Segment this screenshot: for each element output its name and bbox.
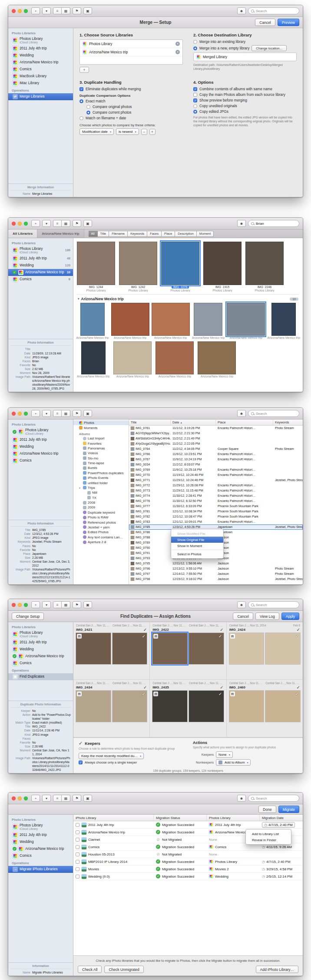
keeper-photo[interactable]: ✓ <box>112 691 147 722</box>
minimize-button[interactable] <box>18 9 22 13</box>
photo-row[interactable]: IMG_0774 11/30/12, 2:28:41 PM Encanto Pa… <box>129 493 303 498</box>
migration-row[interactable]: MBP2010 IP Library 2014 Migration Succee… <box>73 858 303 865</box>
library-item[interactable]: ✓ Photos Library iCloud Library <box>8 823 73 832</box>
tree-item[interactable]: ▾ Time-lapse <box>73 461 129 465</box>
apply-button[interactable]: Apply <box>281 613 299 620</box>
photo-thumbnail[interactable] <box>111 303 149 336</box>
nonkeeper-photo[interactable]: ▤ <box>76 691 111 722</box>
option-checkbox[interactable] <box>193 87 197 91</box>
photo-thumbnail-cell[interactable]: Arizona/New Mexico trip <box>228 303 264 339</box>
tree-item[interactable]: ▾ Referenced photos <box>73 520 129 524</box>
photo-thumbnail[interactable] <box>152 303 190 336</box>
destination-library-row[interactable]: Merged Library <box>194 53 296 61</box>
photo-thumbnail-cell[interactable]: Arizona/New Mexico trip <box>268 303 299 339</box>
add-iphoto-library-button[interactable]: Add iPhoto Library… <box>256 966 298 973</box>
list-view-button[interactable]: ≡ <box>53 220 62 227</box>
column-date[interactable]: Date▴ <box>171 420 216 425</box>
grid-view-button[interactable]: ▦ <box>62 795 70 802</box>
tree-item[interactable]: ▾ Favorites <box>73 441 129 446</box>
grid-view-button[interactable]: ▦ <box>62 220 70 227</box>
library-item[interactable]: ✓ MacBook Library <box>8 73 73 80</box>
keeper-photo[interactable]: ✓ <box>265 691 300 722</box>
zoom-button[interactable] <box>24 222 28 226</box>
remove-icon[interactable]: × <box>175 42 180 46</box>
library-item[interactable]: ✓ Comics <box>8 457 73 464</box>
library-item[interactable]: ✓ Wedding <box>8 443 73 450</box>
tree-item[interactable]: ▾ Trips <box>73 485 129 490</box>
column-iphoto-library[interactable]: iPhoto Library <box>73 815 154 821</box>
library-item[interactable]: ✓ 2011 July 4th trip 48 <box>8 255 73 262</box>
search-scope-segment[interactable]: All <box>89 231 98 237</box>
library-checkbox[interactable] <box>76 823 79 827</box>
source-library-row[interactable]: Photos Library × <box>80 40 182 48</box>
compare-button[interactable]: ▣ <box>83 795 92 802</box>
photo-row[interactable]: IMG_0776 11/30/12, 6:32:50 PM Encanto Pa… <box>129 498 303 504</box>
column-title[interactable]: Title <box>129 420 171 425</box>
photo-row[interactable]: IMG_0796 12/13/12, 9:55:10 PM Jackson Ph… <box>129 566 303 571</box>
search-scope-segment[interactable]: Faces <box>147 231 162 237</box>
library-item[interactable]: ✓ Wedding <box>8 839 73 846</box>
duplicate-group[interactable]: Central San J…, Nov 11, 2014 Central San… <box>150 622 226 679</box>
column-keywords[interactable]: Keywords <box>273 420 303 425</box>
option-checkbox[interactable] <box>193 93 197 97</box>
people-button[interactable]: ☻ <box>237 7 246 14</box>
new-library-radio[interactable] <box>193 46 197 50</box>
list-view-button[interactable]: ≡ <box>53 410 62 417</box>
migration-row[interactable]: Wedding (9.0) Migration Succeeded Weddin… <box>73 873 303 880</box>
library-checkbox[interactable] <box>76 830 79 834</box>
photo-thumbnail-cell[interactable]: Arizona/New Mexico trip <box>156 341 194 378</box>
keeper-photo[interactable]: ✓ <box>265 633 300 664</box>
photo-thumbnail-cell[interactable]: IMG_1076 Photos Library <box>161 242 199 292</box>
library-item[interactable]: ✓ 2011 July 4th trip <box>8 436 73 443</box>
library-action-menu-button[interactable]: ▾ <box>42 601 51 608</box>
photo-thumbnail[interactable] <box>80 303 105 336</box>
disclosure-icon[interactable]: ▾ <box>78 297 79 301</box>
search-scope-segment[interactable]: Title <box>98 231 109 237</box>
tree-item[interactable]: ▾ Bursts <box>73 465 129 470</box>
search-field[interactable]: Brian <box>248 220 299 227</box>
keeper-rule-select[interactable]: Keep the most recently modified du… <box>79 753 144 759</box>
library-item[interactable]: ✓ 2011 July 4th trip <box>8 832 73 839</box>
photo-row[interactable]: IMG_0770 11/19/12, 10:24:46 PM Encanto P… <box>129 472 303 478</box>
minimize-button[interactable] <box>18 603 22 607</box>
library-item[interactable]: ✓ Arizona/New Mexico trip 10 <box>8 269 73 276</box>
column-migration-status[interactable]: Migration Status <box>154 815 207 821</box>
add-library-button[interactable]: + <box>31 795 40 802</box>
keeper-check-icon[interactable]: ✓ <box>220 627 223 632</box>
tree-item[interactable]: ▾ Slo-mo <box>73 456 129 460</box>
close-button[interactable] <box>12 222 16 226</box>
menu-item[interactable]: Add to Library List <box>246 831 291 837</box>
search-scope-segment[interactable]: Keywords <box>128 231 147 237</box>
check-unmigrated-button[interactable]: Check Unmigrated <box>104 966 143 973</box>
photo-thumbnail-cell[interactable]: Arizona/New Mexico trip <box>192 303 224 339</box>
photo-thumbnail[interactable] <box>156 341 194 374</box>
view-log-button[interactable]: View Log <box>255 613 279 620</box>
close-button[interactable] <box>12 603 16 607</box>
keepers-action-select[interactable]: None <box>216 751 233 758</box>
library-item[interactable]: ✓ iMac Library <box>8 80 73 87</box>
photo-row[interactable]: AWSb0dGnG3HlyC4KHk… 11/2/12, 2:21:49 PM <box>129 436 303 441</box>
tree-item[interactable]: ▾ 2009 <box>73 505 129 510</box>
photo-thumbnail-cell[interactable]: IMG_2246 Photos Library <box>245 242 284 292</box>
duplicate-group[interactable]: Central San J…, Nov 11, 2014 Central San… <box>73 680 149 737</box>
migrate-button[interactable]: Migrate <box>278 806 299 813</box>
photo-row[interactable]: IMG_0764 11/2/12, 4:34:05 PM Cooper Squa… <box>129 446 303 452</box>
library-item[interactable]: ✓ Photos Library iCloud Library 186 <box>8 246 73 255</box>
migration-row[interactable]: 2011 July 4th trip Migration Succeeded 2… <box>73 821 303 829</box>
library-item[interactable]: ✓ 2011 July 4th trip <box>8 45 73 52</box>
duplicate-group[interactable]: Central San J…, Nov 11, 2014 Central San… <box>73 622 149 679</box>
close-button[interactable] <box>12 412 16 416</box>
list-view-button[interactable]: ≡ <box>53 601 62 608</box>
compare-button[interactable]: ▣ <box>83 410 92 417</box>
duplicate-group[interactable]: Central San J…, Nov 11, 2014 Central San… <box>150 680 226 737</box>
option-checkbox[interactable] <box>193 104 197 108</box>
tree-item[interactable]: ▾ Videos <box>73 451 129 456</box>
tree-item[interactable]: ▾ Jezebel + yarn <box>73 525 129 530</box>
context-menu-item[interactable]: Select in Photos <box>171 551 223 557</box>
people-button[interactable]: ☻ <box>237 795 246 802</box>
keeper-photo[interactable]: ✓ <box>189 633 224 664</box>
photo-thumbnail-cell[interactable]: Arizona/New Mexico trip <box>77 303 108 339</box>
photo-row[interactable]: IMG_0769 11/9/12, 10:25:18 PM Encanto Pa… <box>129 467 303 472</box>
grid-view-button[interactable]: ▦ <box>62 7 70 14</box>
photo-thumbnail-cell[interactable]: Arizona/New Mexico trip <box>112 303 149 339</box>
